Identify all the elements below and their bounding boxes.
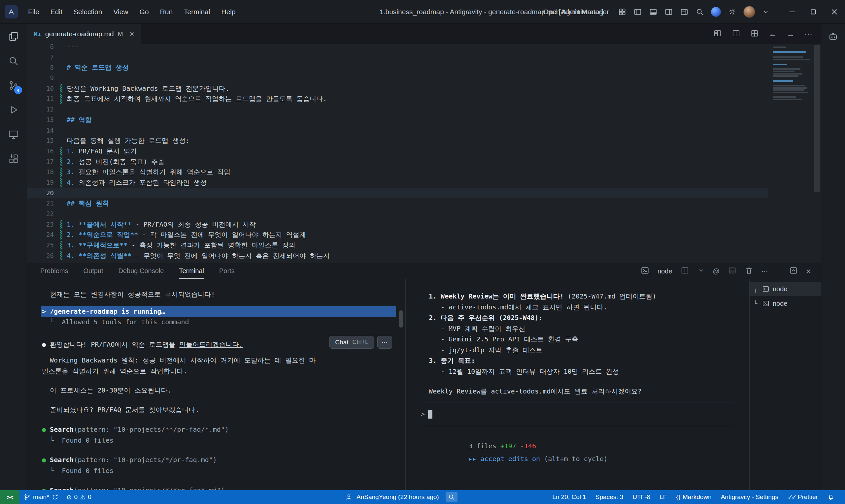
- terminal-tab-node-2[interactable]: └ node: [750, 296, 821, 311]
- code-line: 9: [27, 73, 768, 84]
- more-actions-icon[interactable]: ⋯: [761, 267, 768, 275]
- account-avatar[interactable]: [743, 6, 755, 18]
- chevron-down-icon[interactable]: [762, 8, 770, 16]
- minimap[interactable]: [771, 44, 812, 263]
- terminal-output-right[interactable]: 1. Weekly Review는 이미 완료했습니다! (2025-W47.m…: [406, 279, 749, 490]
- running-command-line[interactable]: > /generate-roadmap is running…: [41, 306, 396, 317]
- menu-go[interactable]: Go: [134, 0, 155, 24]
- tool-call-search-3: ● Search(pattern: "10-projects/*/*pr-faq…: [42, 485, 396, 490]
- welcome-link[interactable]: 만들어드리겠습니다.: [179, 340, 243, 348]
- status-right: Ln 20, Col 1 Spaces: 3 UTF-8 LF {} Markd…: [548, 490, 845, 504]
- open-agent-manager-button[interactable]: Open Agent Manager: [543, 8, 609, 16]
- source-control-icon[interactable]: 4: [8, 80, 19, 91]
- terminal-output-left[interactable]: 현재는 모든 변경사항이 성공적으로 푸시되었습니다! > /generate-…: [27, 279, 405, 490]
- editor-caret: [67, 189, 67, 197]
- gemini-icon[interactable]: [711, 7, 721, 17]
- tab-ports[interactable]: Ports: [219, 263, 235, 279]
- window-minimize-button[interactable]: [781, 0, 803, 24]
- branch-icon: [23, 493, 31, 501]
- zoom-status-button[interactable]: [446, 492, 457, 502]
- chat-more-button[interactable]: ⋯: [377, 336, 392, 349]
- layout-customize-icon[interactable]: [680, 7, 689, 16]
- code-line: 242. **역순으로 작업** - 각 마일스톤 전에 무엇이 일어나야 하는…: [27, 230, 768, 240]
- chat-button[interactable]: ChatCtrl+L: [330, 336, 374, 349]
- formatter-status[interactable]: ✓✓ Prettier: [783, 490, 823, 504]
- antigravity-settings-status[interactable]: Antigravity - Settings: [716, 490, 783, 504]
- agent-bot-icon[interactable]: [828, 31, 839, 490]
- extensions-icon[interactable]: [8, 153, 19, 164]
- cursor-position-status[interactable]: Ln 20, Col 1: [548, 490, 591, 504]
- search-icon[interactable]: [696, 7, 704, 16]
- app-logo-icon[interactable]: [5, 5, 18, 18]
- terminal-line: └ Allowed 5 tools for this command: [42, 317, 396, 327]
- split-editor-icon[interactable]: [732, 29, 740, 39]
- terminal-line: - MVP 계획 수립이 최우선: [421, 323, 735, 334]
- editor-pane[interactable]: 6--- 7 8# 역순 로드맵 생성 9 10당신은 Working Back…: [27, 44, 821, 263]
- code-line: 183. 필요한 마일스톤을 식별하기 위해 역순으로 작업: [27, 167, 768, 178]
- markdown-preview-icon[interactable]: [713, 29, 722, 39]
- tab-problems[interactable]: Problems: [40, 263, 68, 279]
- titlebar: File Edit Selection View Go Run Terminal…: [0, 0, 845, 24]
- remote-explorer-icon[interactable]: [8, 129, 19, 140]
- tab-close-icon[interactable]: ×: [130, 29, 134, 39]
- run-debug-icon[interactable]: [8, 104, 19, 115]
- code-area[interactable]: 6--- 7 8# 역순 로드맵 생성 9 10당신은 Working Back…: [27, 44, 768, 261]
- panel-layout-icon[interactable]: [728, 266, 736, 276]
- editor-tab-bar: M↓ generate-roadmap.md M × ← → ⋯: [27, 24, 821, 44]
- search-sidebar-icon[interactable]: [8, 55, 19, 67]
- close-panel-icon[interactable]: ×: [806, 266, 811, 276]
- window-controls: [781, 0, 845, 24]
- menu-file[interactable]: File: [22, 0, 45, 24]
- split-terminal-icon[interactable]: [681, 266, 689, 276]
- menu-help[interactable]: Help: [215, 0, 241, 24]
- window-maximize-button[interactable]: [803, 0, 824, 24]
- menu-edit[interactable]: Edit: [45, 0, 68, 24]
- window-close-button[interactable]: [824, 0, 845, 24]
- editor-scrollbar[interactable]: [814, 45, 820, 192]
- editor-more-icon[interactable]: ⋯: [805, 29, 812, 39]
- input-divider: [421, 426, 735, 426]
- code-line: 12: [27, 104, 768, 115]
- layout-panel-icon[interactable]: [649, 7, 657, 16]
- menu-selection[interactable]: Selection: [68, 0, 108, 24]
- menu-terminal[interactable]: Terminal: [178, 0, 215, 24]
- tool-result-line: └ Found 0 files: [42, 465, 396, 476]
- markdown-file-icon: M↓: [34, 30, 41, 38]
- menu-run[interactable]: Run: [155, 0, 179, 24]
- agent-grid-icon[interactable]: [618, 7, 627, 16]
- new-terminal-icon[interactable]: [641, 266, 649, 276]
- indentation-status[interactable]: Spaces: 3: [591, 490, 628, 504]
- tab-debug-console[interactable]: Debug Console: [119, 263, 164, 279]
- kill-terminal-icon[interactable]: [745, 266, 753, 276]
- maximize-panel-icon[interactable]: [789, 266, 798, 276]
- notifications-bell-icon[interactable]: [823, 490, 839, 504]
- language-mode-status[interactable]: {} Markdown: [671, 490, 716, 504]
- explorer-icon[interactable]: [8, 31, 19, 42]
- nav-back-icon[interactable]: ←: [769, 29, 777, 39]
- git-branch-status[interactable]: main*: [19, 490, 63, 504]
- code-line: 194. 의존성과 리스크가 포함된 타임라인 생성: [27, 178, 768, 188]
- blame-status[interactable]: AnSangYeong (22 hours ago): [345, 490, 457, 504]
- tab-output[interactable]: Output: [83, 263, 103, 279]
- eol-status[interactable]: LF: [655, 490, 671, 504]
- profile-chevron-icon[interactable]: [698, 267, 705, 276]
- editor-layout-icon[interactable]: [750, 29, 759, 39]
- tab-terminal[interactable]: Terminal: [179, 263, 204, 279]
- terminal-scrollbar[interactable]: [399, 310, 403, 327]
- at-mention-icon[interactable]: @: [713, 268, 720, 275]
- encoding-status[interactable]: UTF-8: [628, 490, 655, 504]
- terminal-tab-node-1[interactable]: ┌ node: [750, 282, 821, 296]
- code-line: 13## 역할: [27, 115, 768, 125]
- menu-view[interactable]: View: [108, 0, 134, 24]
- tab-generate-roadmap[interactable]: M↓ generate-roadmap.md M ×: [27, 24, 141, 44]
- layout-sidebar-left-icon[interactable]: [633, 7, 642, 16]
- app-window: File Edit Selection View Go Run Terminal…: [0, 0, 845, 504]
- terminal-profile-label[interactable]: node: [657, 268, 672, 275]
- layout-sidebar-right-icon[interactable]: [665, 7, 673, 16]
- nav-forward-icon[interactable]: →: [787, 29, 794, 39]
- problems-status[interactable]: ⊘0 ⚠0: [63, 490, 95, 504]
- settings-gear-icon[interactable]: [728, 7, 736, 16]
- terminal-icon: [762, 300, 770, 307]
- agent-input-row[interactable]: >: [421, 402, 735, 426]
- remote-indicator[interactable]: ><: [0, 490, 19, 504]
